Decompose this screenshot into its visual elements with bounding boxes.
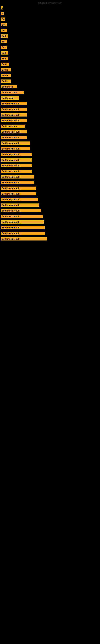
bar-row: Bott [0,33,100,39]
bar-label: Bottleneck result [1,130,27,134]
bar-label: Bottleneck result [1,113,27,116]
bar-label: Bott [1,51,8,54]
bar-row: Bottleneck result [0,140,100,146]
bar-label: Bottle [1,80,11,83]
bar-label: Bottleneck resu [1,124,25,128]
bar-label: Bottleneck result [1,153,32,156]
bar-label: Bottleneck result [1,237,47,240]
bar-label: Bot [1,40,7,43]
bar-label: Bottleneck result [1,198,38,201]
bar-label: Bottl [1,62,9,66]
bar-label: Bottleneck result [1,142,30,145]
bar-row: Bottl [0,62,100,67]
bar-row: Bottleneck result [0,152,100,157]
bar-row: Bott [0,56,100,62]
bar-label: Bottleneck resu [1,91,24,94]
bar-row: Bottleneck result [0,146,100,152]
bar-label: Bottleneck result [1,164,32,167]
bar-row: Bottleneck result [0,106,100,112]
bar-label: Bottleneck r [1,96,19,100]
bar-label: B [1,12,3,15]
bar-row: Bottleneck result [0,230,100,236]
bar-row: Bottleneck r [0,95,100,101]
bar-row: Bottleneck result [0,196,100,202]
bar-row: Bottle [0,78,100,84]
bar-label: Bottleneck result [1,136,27,139]
bar-label: Bot [1,23,7,26]
bar-row: Bo [0,16,100,22]
bar-row: Bottleneck result [0,225,100,230]
bar-label: Bott [1,57,8,60]
bar-row: Bottleneck resu [0,90,100,95]
bar-label: Bottleneck result [1,220,44,224]
bar-label: B [1,6,3,10]
bar-row: Bottle [0,67,100,73]
bar-label: Bottleneck result [1,175,34,178]
bar-row: Bottleneck result [0,191,100,196]
bar-label: Bot [1,46,7,49]
bar-label: Bottle [1,68,11,72]
bar-label: Bottleneck result [1,226,45,229]
bar-row: Bott [0,50,100,56]
bar-label: Bot [1,29,7,32]
bar-row: B [0,5,100,11]
bar-row: Bottleneck resu [0,123,100,129]
bar-row: Bottleneck result [0,157,100,163]
bar-row: Bottleneck result [0,180,100,185]
bar-row: Bottleneck result [0,202,100,208]
bar-row: Bot [0,44,100,50]
bar-label: Bottleneck result [1,102,27,105]
bar-label: Bott [1,34,8,38]
bar-label: Bottleneck result [1,119,27,122]
bar-row: Bot [0,28,100,33]
bar-row: Bottleneck result [0,214,100,219]
bar-label: Bottleneck result [1,147,30,150]
bar-row: Bottleneck result [0,112,100,118]
bar-row: Bottleneck result [0,208,100,214]
bar-row: Bottleneck result [0,135,100,140]
bar-label: Bottleneck result [1,108,27,111]
bar-row: Bottleneck [0,84,100,90]
site-title: TheBottlenecker.com [0,0,100,5]
bar-row: Bottleneck result [0,219,100,225]
bar-label: Bottleneck [1,85,17,88]
bar-row: B [0,11,100,16]
bar-row: Bottleneck result [0,185,100,191]
bar-label: Bottleneck result [1,215,43,218]
bar-label: Bottleneck result [1,209,41,212]
bars-container: BBBoBotBotBottBotBotBottBottBottlBottleB… [0,5,100,242]
bar-row: Bottle [0,73,100,78]
bar-label: Bottle [1,74,11,77]
bar-row: Bottleneck result [0,163,100,168]
bar-row: Bot [0,22,100,28]
bar-row: Bottleneck result [0,118,100,123]
bar-row: Bottleneck result [0,168,100,174]
bar-label: Bottleneck result [1,192,36,196]
bar-label: Bottleneck result [1,181,34,184]
bar-label: Bottleneck result [1,186,36,190]
bar-label: Bottleneck result [1,232,45,235]
bar-row: Bot [0,39,100,44]
bar-label: Bottleneck result [1,170,32,173]
bar-label: Bottleneck result [1,158,32,162]
bar-row: Bottleneck result [0,236,100,242]
bar-row: Bottleneck result [0,101,100,106]
bar-row: Bottleneck result [0,174,100,180]
bar-row: Bottleneck result [0,129,100,135]
bar-label: Bo [1,18,5,21]
bar-label: Bottleneck result [1,204,39,207]
